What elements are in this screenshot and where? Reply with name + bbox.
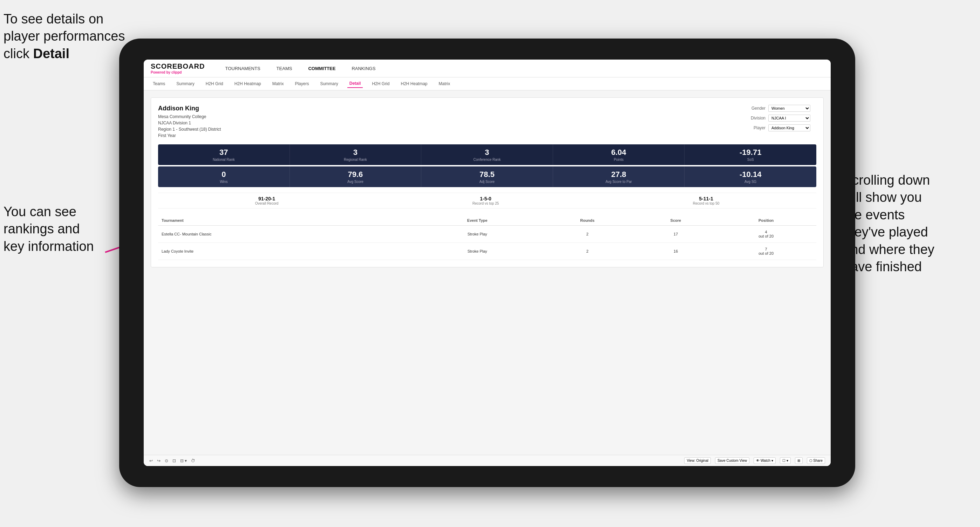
annotation-bottom-left: You can see rankings and key information: [3, 203, 94, 255]
cell-rounds-1: 2: [539, 225, 636, 243]
tablet-screen: SCOREBOARD Powered by clippd TOURNAMENTS…: [144, 60, 831, 466]
subnav-h2h-heatmap2[interactable]: H2H Heatmap: [399, 80, 430, 87]
screen-btn[interactable]: ☐ ▾: [780, 457, 791, 464]
cell-event-type-1: Stroke Play: [416, 225, 539, 243]
stat-points: 6.04 Points: [553, 144, 685, 165]
subnav-summary2[interactable]: Summary: [318, 80, 340, 87]
cell-position-2: 7 out of 20: [716, 243, 816, 260]
player-control: Player Addison King: [746, 124, 816, 132]
player-controls: Gender Women Division NJCAA I: [746, 105, 816, 139]
stat-sos: -19.71 SoS: [684, 144, 816, 165]
subnav-teams[interactable]: Teams: [151, 80, 167, 87]
table-body: Estella CC- Mountain Classic Stroke Play…: [158, 225, 816, 260]
cell-score-1: 17: [636, 225, 716, 243]
subnav-summary[interactable]: Summary: [174, 80, 196, 87]
division-label: Division: [746, 116, 765, 121]
grid-btn[interactable]: ⊞: [795, 457, 803, 464]
tournament-table: Tournament Event Type Rounds Score Posit…: [158, 216, 816, 260]
record-overall: 91-20-1 Overall Record: [255, 196, 278, 205]
tablet-frame: SCOREBOARD Powered by clippd TOURNAMENTS…: [119, 38, 855, 487]
player-header: Addison King Mesa Community College NJCA…: [158, 105, 816, 139]
nav-committee[interactable]: COMMITTEE: [305, 65, 338, 73]
watch-btn[interactable]: 👁 Watch ▾: [754, 457, 776, 464]
nav-tournaments[interactable]: TOURNAMENTS: [222, 65, 263, 73]
table-row: Estella CC- Mountain Classic Stroke Play…: [158, 225, 816, 243]
logo-scoreboard: SCOREBOARD: [151, 62, 205, 70]
gender-select[interactable]: Women: [768, 105, 810, 112]
record-top25: 1-5-0 Record vs top 25: [473, 196, 499, 205]
cell-event-type-2: Stroke Play: [416, 243, 539, 260]
player-label: Player: [746, 125, 765, 130]
screen-label: ☐ ▾: [782, 459, 788, 462]
stats-row1: 37 National Rank 3 Regional Rank 3 Confe…: [158, 144, 816, 165]
stat-conference-rank: 3 Conference Rank: [421, 144, 553, 165]
stat-national-rank: 37 National Rank: [158, 144, 290, 165]
player-select[interactable]: Addison King: [768, 124, 810, 132]
logo-powered: Powered by clippd: [151, 70, 205, 74]
sub-nav: Teams Summary H2H Grid H2H Heatmap Matri…: [144, 78, 831, 90]
cell-position-1: 4 out of 20: [716, 225, 816, 243]
logo-area: SCOREBOARD Powered by clippd: [151, 62, 205, 74]
cell-tournament-2: Lady Coyote Invite: [158, 243, 416, 260]
top-nav: SCOREBOARD Powered by clippd TOURNAMENTS…: [144, 60, 831, 78]
view-original-label: View: Original: [687, 459, 708, 462]
subnav-h2h-grid2[interactable]: H2H Grid: [370, 80, 391, 87]
player-name: Addison King: [158, 105, 221, 112]
player-info: Addison King Mesa Community College NJCA…: [158, 105, 221, 139]
stat-regional-rank: 3 Regional Rank: [290, 144, 422, 165]
cell-rounds-2: 2: [539, 243, 636, 260]
stat-avg-sg: -10.14 Avg SG: [684, 167, 816, 187]
refresh-icon[interactable]: ⊙: [165, 458, 168, 463]
col-event-type: Event Type: [416, 216, 539, 225]
subnav-h2h-heatmap[interactable]: H2H Heatmap: [232, 80, 263, 87]
undo-icon[interactable]: ↩: [149, 458, 153, 463]
content-panel: Addison King Mesa Community College NJCA…: [151, 97, 824, 267]
stat-avg-score: 79.6 Avg Score: [290, 167, 422, 187]
stat-avg-score-to-par: 27.8 Avg Score to Par: [553, 167, 685, 187]
stat-adj-score: 78.5 Adj Score: [421, 167, 553, 187]
save-custom-view-btn[interactable]: Save Custom View: [715, 457, 749, 464]
annotation-right: Scrolling down will show you the events …: [843, 172, 977, 275]
clock-icon[interactable]: ⏱: [191, 458, 195, 463]
view-original-btn[interactable]: View: Original: [684, 457, 711, 464]
col-position: Position: [716, 216, 816, 225]
nav-rankings[interactable]: RANKINGS: [349, 65, 378, 73]
player-year: First Year: [158, 132, 221, 139]
col-score: Score: [636, 216, 716, 225]
records-row: 91-20-1 Overall Record 1-5-0 Record vs t…: [158, 193, 816, 208]
stat-wins: 0 Wins: [158, 167, 290, 187]
watch-label: 👁 Watch ▾: [756, 459, 773, 462]
share-btn[interactable]: ⬡ Share: [807, 457, 825, 464]
fit-icon[interactable]: ⊡: [172, 458, 176, 463]
subnav-matrix[interactable]: Matrix: [270, 80, 286, 87]
subnav-detail[interactable]: Detail: [347, 79, 363, 88]
col-rounds: Rounds: [539, 216, 636, 225]
subnav-players[interactable]: Players: [293, 80, 311, 87]
cell-score-2: 16: [636, 243, 716, 260]
annotation-top-left: To see details on player performances cl…: [3, 11, 125, 62]
subnav-matrix2[interactable]: Matrix: [437, 80, 452, 87]
grid-label: ⊞: [797, 459, 800, 462]
gender-control: Gender Women: [746, 105, 816, 112]
redo-icon[interactable]: ↪: [157, 458, 161, 463]
division-select[interactable]: NJCAA I: [768, 114, 810, 122]
player-division: NJCAA Division 1: [158, 120, 221, 126]
division-control: Division NJCAA I: [746, 114, 816, 122]
stats-row2: 0 Wins 79.6 Avg Score 78.5 Adj Score 27.…: [158, 167, 816, 187]
main-content[interactable]: Addison King Mesa Community College NJCA…: [144, 90, 831, 455]
cell-tournament-1: Estella CC- Mountain Classic: [158, 225, 416, 243]
subnav-h2h-grid[interactable]: H2H Grid: [204, 80, 225, 87]
share-label: ⬡ Share: [809, 459, 822, 462]
save-custom-view-label: Save Custom View: [718, 459, 747, 462]
record-top50: 5-11-1 Record vs top 50: [693, 196, 719, 205]
col-tournament: Tournament: [158, 216, 416, 225]
nav-teams[interactable]: TEAMS: [274, 65, 295, 73]
player-region: Region 1 - Southwest (18) District: [158, 126, 221, 132]
gender-label: Gender: [746, 106, 765, 111]
table-header: Tournament Event Type Rounds Score Posit…: [158, 216, 816, 225]
player-college: Mesa Community College: [158, 114, 221, 120]
bottom-toolbar: ↩ ↪ ⊙ ⊡ ⊟ ▾ ⏱ View: Original Save Custom…: [144, 455, 831, 466]
zoom-icon[interactable]: ⊟ ▾: [180, 458, 187, 463]
table-row: Lady Coyote Invite Stroke Play 2 16 7 ou…: [158, 243, 816, 260]
